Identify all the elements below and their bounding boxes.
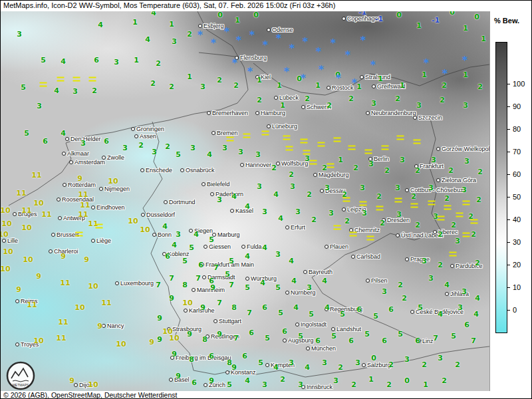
colorbar-tick-label: 30 (513, 238, 521, 246)
copyright-text: © 2026 (AGB), OpenStreetMap, Deutscher W… (3, 391, 177, 399)
colorbar-tick-mark (507, 287, 510, 288)
colorbar-tick-label: 100 (513, 80, 525, 88)
colorbar-tick-label: 50 (513, 193, 521, 201)
logo-text: METMAPS (13, 383, 29, 387)
colorbar-tick-mark (507, 197, 510, 198)
colorbar-tick-mark (507, 106, 510, 107)
colorbar-tick-mark (507, 219, 510, 220)
colorbar-tick-mark (507, 174, 510, 175)
colorbar-tick-label: 20 (513, 261, 521, 269)
title-bar: MetMaps.info, Icon-D2 WW-Symbol, Mos Tem… (1, 1, 532, 11)
metmaps-logo: METMAPS (5, 360, 36, 391)
colorbar-tick-mark (507, 152, 510, 152)
country-borders (1, 11, 489, 392)
footer-bar: © 2026 (AGB), OpenStreetMap, Deutscher W… (1, 391, 532, 399)
border-lines (9, 11, 489, 377)
colorbar-ticks: 1009080706050403020100 (495, 42, 532, 333)
colorbar-panel: % Bew. 1009080706050403020100 (489, 11, 532, 391)
colorbar-tick-mark (507, 265, 510, 265)
colorbar-title: % Bew. (494, 17, 519, 25)
colorbar-tick-label: 0 (513, 306, 517, 314)
colorbar-tick-label: 40 (513, 215, 521, 223)
colorbar-tick-mark (507, 310, 510, 311)
map-title: MetMaps.info, Icon-D2 WW-Symbol, Mos Tem… (3, 1, 335, 9)
colorbar-tick-label: 10 (513, 283, 521, 291)
colorbar-tick-mark (507, 129, 510, 130)
colorbar-tick-label: 80 (513, 125, 521, 133)
weather-map-page: MetMaps.info, Icon-D2 WW-Symbol, Mos Tem… (0, 0, 532, 399)
colorbar-tick-label: 90 (513, 102, 521, 110)
colorbar-tick-label: 60 (513, 170, 521, 178)
colorbar-tick-mark (507, 242, 510, 243)
colorbar-tick-label: 70 (513, 148, 521, 156)
colorbar-tick-mark (507, 84, 510, 84)
